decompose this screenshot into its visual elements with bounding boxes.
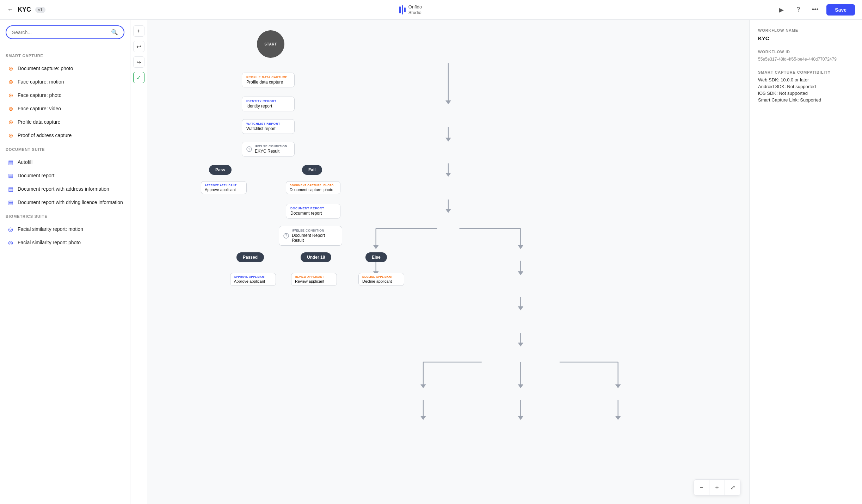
doc-report-node[interactable]: DOCUMENT REPORT Document report <box>286 204 340 219</box>
proof-address-icon: ⊛ <box>7 132 14 139</box>
back-button[interactable]: ← <box>7 6 13 13</box>
doc-report-address-icon: ▤ <box>7 185 14 192</box>
logo-bar-2 <box>402 5 403 14</box>
sidebar-item-face-video[interactable]: ⊛ Face capture: video <box>6 102 124 115</box>
header-right: ▶ ? ••• Save <box>776 4 855 16</box>
sidebar-item-doc-report-address[interactable]: ▤ Document report with address informati… <box>6 183 124 195</box>
start-node: START <box>257 30 284 58</box>
header-center: Onfido Studio <box>399 4 422 15</box>
doc-report-driving-icon: ▤ <box>7 199 14 206</box>
save-button[interactable]: Save <box>826 4 855 16</box>
search-area: 🔍 <box>0 20 130 45</box>
main-layout: 🔍 SMART CAPTURE ⊛ Document capture: phot… <box>0 20 862 504</box>
svg-marker-33 <box>518 416 523 420</box>
compat-label: SMART CAPTURE COMPATIBILITY <box>758 70 854 74</box>
svg-marker-24 <box>420 384 426 388</box>
undo-button[interactable]: ↩ <box>133 41 144 52</box>
identity-node[interactable]: IDENTITY REPORT Identity report <box>242 97 295 111</box>
check-button[interactable]: ✓ <box>133 72 144 83</box>
facial-photo-icon: ◎ <box>7 239 14 246</box>
watchlist-node[interactable]: WATCHLIST REPORT Watchlist report <box>242 119 295 134</box>
right-panel: WORKFLOW NAME KYC WORKFLOW ID 55e5e317-4… <box>749 20 862 504</box>
svg-marker-21 <box>518 343 523 346</box>
sidebar-item-doc-capture-photo[interactable]: ⊛ Document capture: photo <box>6 62 124 75</box>
sidebar-content: SMART CAPTURE ⊛ Document capture: photo … <box>0 45 130 504</box>
sidebar-item-label: Document capture: photo <box>18 65 73 72</box>
profile-node[interactable]: PROFILE DATA CAPTURE Profile data captur… <box>242 73 295 87</box>
fail-pill[interactable]: Fail <box>302 165 322 175</box>
more-options-button[interactable]: ••• <box>809 4 821 16</box>
doc-report-icon: ▤ <box>7 172 14 179</box>
search-input[interactable] <box>12 30 108 35</box>
redo-button[interactable]: ↪ <box>133 56 144 68</box>
workflow-name-label: WORKFLOW NAME <box>758 28 854 32</box>
doc-result-node[interactable]: ? IF/ELSE CONDITION Document Report Resu… <box>279 226 342 246</box>
sidebar-item-proof-address[interactable]: ⊛ Proof of address capture <box>6 129 124 142</box>
add-button[interactable]: + <box>133 25 144 37</box>
workflow-id-section: WORKFLOW ID 55e5e317-48fd-4f65-be4e-440d… <box>758 50 854 62</box>
sidebar-item-label: Facial similarity report: motion <box>18 226 83 232</box>
decline-node[interactable]: DECLINE APPLICANT Decline applicant <box>358 273 404 286</box>
onfido-logo-text: Onfido Studio <box>408 4 422 15</box>
sidebar-item-label: Profile data capture <box>18 119 60 125</box>
sidebar-item-autofill[interactable]: ▤ Autofill <box>6 156 124 168</box>
sidebar-item-facial-photo[interactable]: ◎ Facial similarity report: photo <box>6 236 124 249</box>
sidebar: 🔍 SMART CAPTURE ⊛ Document capture: phot… <box>0 20 130 504</box>
sidebar-item-label: Document report with driving licence inf… <box>18 199 123 205</box>
zoom-out-button[interactable]: − <box>694 480 709 495</box>
workflow-title: KYC <box>18 6 31 13</box>
play-button[interactable]: ▶ <box>776 4 787 16</box>
face-photo-icon: ⊛ <box>7 92 14 99</box>
ekyc-node[interactable]: ? IF/ELSE CONDITION EKYC Result <box>242 142 295 156</box>
header-left: ← KYC v1 <box>7 6 45 13</box>
doc-photo-node[interactable]: DOCUMENT CAPTURE: PHOTO Document capture… <box>286 181 340 194</box>
compat-ios: iOS SDK: Not supported <box>758 91 854 96</box>
help-button[interactable]: ? <box>793 4 804 16</box>
sidebar-item-label: Autofill <box>18 159 32 165</box>
pass-pill[interactable]: Pass <box>209 165 232 175</box>
fit-button[interactable]: ⤢ <box>725 480 740 495</box>
under18-pill[interactable]: Under 18 <box>301 252 331 262</box>
search-icon: 🔍 <box>111 29 118 36</box>
svg-marker-29 <box>615 384 621 388</box>
sidebar-item-face-motion[interactable]: ⊛ Face capture: motion <box>6 75 124 88</box>
svg-text:?: ? <box>285 234 287 238</box>
section-document-suite: DOCUMENT SUITE <box>6 147 124 152</box>
header: ← KYC v1 Onfido Studio ▶ ? ••• Save <box>0 0 862 20</box>
sidebar-item-profile-capture[interactable]: ⊛ Profile data capture <box>6 116 124 128</box>
sidebar-item-doc-report[interactable]: ▤ Document report <box>6 169 124 182</box>
profile-capture-icon: ⊛ <box>7 118 14 125</box>
sidebar-item-label: Proof of address capture <box>18 132 72 139</box>
action-bar: + ↩ ↪ ✓ <box>130 20 147 504</box>
svg-text:?: ? <box>248 147 250 151</box>
sidebar-item-label: Face capture: photo <box>18 92 62 98</box>
else-pill[interactable]: Else <box>365 252 387 262</box>
sidebar-item-label: Face capture: motion <box>18 79 64 85</box>
facial-motion-icon: ◎ <box>7 226 14 233</box>
svg-marker-35 <box>615 416 621 420</box>
approve2-node[interactable]: APPROVE APPLICANT Approve applicant <box>230 273 276 286</box>
zoom-in-button[interactable]: + <box>709 480 725 495</box>
canvas[interactable]: START PROFILE DATA CAPTURE Profile data … <box>147 20 749 504</box>
autofill-icon: ▤ <box>7 159 14 166</box>
sidebar-item-doc-report-driving[interactable]: ▤ Document report with driving licence i… <box>6 196 124 209</box>
onfido-logo-icon <box>399 5 406 14</box>
sidebar-item-facial-motion[interactable]: ◎ Facial similarity report: motion <box>6 223 124 235</box>
sidebar-item-face-photo[interactable]: ⊛ Face capture: photo <box>6 89 124 102</box>
section-smart-capture: SMART CAPTURE <box>6 54 124 58</box>
sidebar-item-label: Face capture: video <box>18 105 61 112</box>
passed-pill[interactable]: Passed <box>236 252 264 262</box>
logo-bar-1 <box>399 6 401 13</box>
section-biometrics: BIOMETRICS SUITE <box>6 214 124 219</box>
compat-section: SMART CAPTURE COMPATIBILITY Web SDK: 10.… <box>758 70 854 103</box>
search-box[interactable]: 🔍 <box>6 25 124 39</box>
workflow-id-value: 55e5e317-48fd-4f65-be4e-440d77072479 <box>758 57 854 62</box>
zoom-controls: − + ⤢ <box>694 479 741 496</box>
review-node[interactable]: REVIEW APPLICANT Review applicant <box>291 273 337 286</box>
workflow-name-section: WORKFLOW NAME KYC <box>758 28 854 41</box>
face-motion-icon: ⊛ <box>7 78 14 85</box>
approve1-node[interactable]: APPROVE APPLICANT Approve applicant <box>201 181 247 194</box>
compat-android: Android SDK: Not supported <box>758 84 854 89</box>
sidebar-item-label: Facial similarity report: photo <box>18 239 81 246</box>
workflow-name-value: KYC <box>758 35 854 41</box>
